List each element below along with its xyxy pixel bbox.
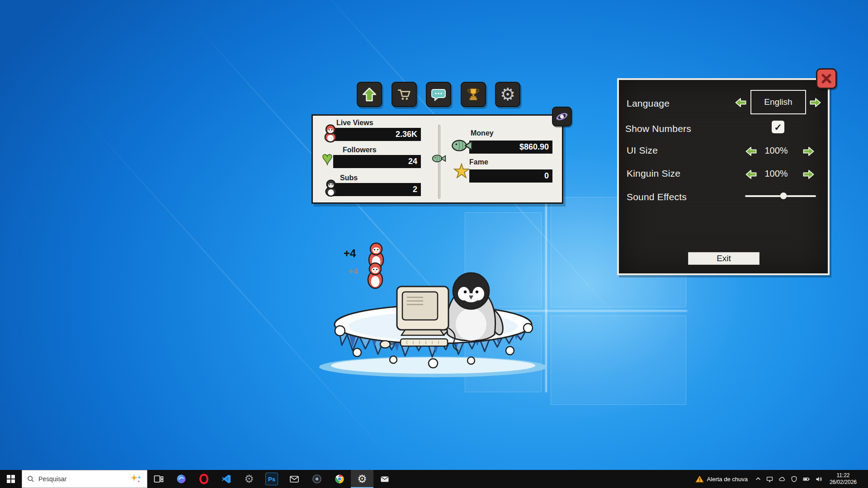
close-button[interactable]: [816, 68, 837, 89]
trophy-icon: [466, 87, 481, 102]
task-view-button[interactable]: [147, 470, 170, 488]
cloud-icon: [778, 475, 786, 483]
start-button[interactable]: [0, 470, 22, 488]
live-views-bar: 2.36K: [333, 128, 421, 141]
money-label: Money: [471, 129, 494, 137]
photoshop-icon: Ps: [265, 473, 278, 485]
checkmark-icon: ✓: [774, 122, 782, 132]
galaxy-icon: [555, 110, 569, 123]
new-follower-penguins: [368, 243, 383, 288]
green-heart-icon: ♥: [322, 149, 333, 167]
taskbar-app-gear[interactable]: ⚙: [238, 470, 260, 488]
kinguin-size-increase-button[interactable]: [802, 169, 815, 180]
fame-bar: 0: [469, 169, 552, 183]
taskbar-app-opera[interactable]: [193, 470, 215, 488]
language-prev-button[interactable]: [735, 97, 747, 108]
taskbar-clock[interactable]: 11:22 26/02/2026: [827, 472, 859, 486]
language-label: Language: [627, 98, 670, 109]
language-next-button[interactable]: [809, 97, 821, 108]
fish-slider[interactable]: [435, 125, 443, 199]
tray-display-button[interactable]: [766, 475, 774, 483]
chat-button[interactable]: [426, 82, 451, 107]
stats-panel: Live Views 2.36K Followers 24 ♥ Subs 2: [311, 114, 563, 204]
envelope-icon: [379, 474, 390, 484]
language-value: English: [764, 97, 792, 107]
gear-icon: ⚙: [500, 86, 515, 103]
system-tray: Alerta de chuva: [693, 470, 868, 488]
tray-security-button[interactable]: [790, 475, 798, 483]
subs-value: 2: [413, 185, 417, 194]
subs-label: Subs: [340, 174, 358, 182]
sound-effects-label: Sound Effects: [627, 192, 687, 202]
upgrade-button[interactable]: [357, 82, 382, 107]
red-penguin-icon: [323, 124, 338, 143]
subs-bar: 2: [333, 183, 421, 196]
live-views-label: Live Views: [336, 119, 373, 127]
taskbar-app-recorder[interactable]: [306, 470, 328, 488]
fame-value: 0: [544, 171, 549, 181]
fish-slider-handle[interactable]: [432, 153, 446, 164]
taskbar-app-copilot[interactable]: [170, 470, 193, 488]
dark-circle-icon: [311, 474, 322, 484]
taskbar-app-photoshop[interactable]: Ps: [260, 470, 283, 488]
mail-icon: [289, 474, 300, 484]
display-icon: [766, 475, 774, 483]
exit-button[interactable]: Exit: [688, 252, 760, 265]
sound-slider-handle[interactable]: [780, 192, 787, 199]
tray-battery-button[interactable]: [802, 475, 810, 483]
taskbar-app-chrome[interactable]: [328, 470, 351, 488]
followers-bar: 24: [333, 155, 421, 168]
sound-effects-slider[interactable]: [745, 192, 816, 200]
notification-text: Alerta de chuva: [707, 476, 748, 483]
opera-icon: [198, 474, 209, 484]
tray-volume-button[interactable]: [815, 475, 822, 483]
taskbar-app-envelope[interactable]: [373, 470, 396, 488]
money-value: $860.90: [519, 142, 549, 152]
taskbar-app-kinguin-active[interactable]: ⚙: [351, 470, 373, 488]
copilot-icon: [176, 474, 187, 484]
shop-button[interactable]: [392, 82, 417, 107]
photoshop-glyph: Ps: [268, 476, 275, 483]
battery-icon: [802, 475, 810, 483]
chrome-icon: [334, 474, 345, 484]
show-numbers-checkbox[interactable]: ✓: [772, 121, 784, 133]
task-view-icon: [153, 474, 164, 484]
close-x-icon: [819, 71, 834, 86]
taskbar: Pesquisar: [0, 470, 868, 488]
money-bar: $860.90: [469, 141, 552, 154]
copilot-sparkle-icon: [130, 474, 142, 484]
black-penguin-icon: [324, 179, 338, 197]
achievements-button[interactable]: [461, 82, 486, 107]
kinguin-size-value: 100%: [754, 169, 799, 179]
arrow-right-icon: [802, 146, 815, 157]
followers-label: Followers: [343, 146, 377, 154]
taskbar-app-vscode[interactable]: [215, 470, 238, 488]
chat-bubble-icon: [431, 88, 446, 101]
ui-size-value: 100%: [754, 145, 799, 156]
clock-date: 26/02/2026: [830, 479, 857, 486]
settings-button[interactable]: ⚙: [495, 82, 520, 107]
hidden-icons-button[interactable]: [755, 476, 761, 482]
desktop: ⚙ Live Views 2.36K Followers 24 ♥ Subs 2: [0, 0, 868, 488]
kinguin-size-label: Kinguin Size: [627, 168, 680, 179]
arrow-right-icon: [802, 169, 815, 180]
taskbar-search[interactable]: Pesquisar: [22, 470, 147, 488]
notification-area[interactable]: Alerta de chuva: [693, 475, 750, 483]
ui-size-label: UI Size: [627, 145, 658, 156]
shopping-cart-icon: [396, 87, 412, 102]
star-icon: ★: [453, 162, 470, 181]
settings-window: Language English Show Numbers ✓ UI Size …: [617, 78, 830, 275]
up-arrow-icon: [362, 87, 377, 102]
fish-icon: [451, 137, 473, 153]
ui-size-increase-button[interactable]: [802, 146, 815, 157]
cosmetics-button[interactable]: [552, 107, 572, 127]
floating-plus-counter-faded: +4: [348, 267, 358, 277]
gear-icon: ⚙: [244, 474, 254, 484]
taskbar-app-mail[interactable]: [283, 470, 306, 488]
tray-onedrive-button[interactable]: [778, 475, 786, 483]
wallpaper-window-pane: [551, 315, 686, 405]
live-views-value: 2.36K: [396, 130, 417, 139]
vscode-icon: [221, 474, 232, 484]
windows-logo-icon: [7, 475, 15, 483]
language-value-box: English: [750, 90, 806, 114]
